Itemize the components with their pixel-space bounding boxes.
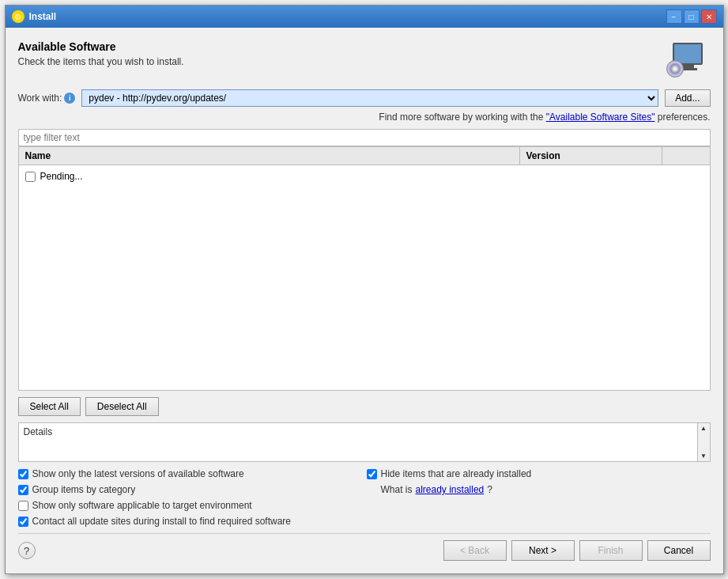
hide-installed-label: Hide items that are already installed [381, 468, 532, 479]
main-window: ⚙ Install − □ ✕ Available Software Check… [5, 5, 724, 574]
close-button[interactable]: ✕ [701, 9, 717, 24]
next-button[interactable]: Next > [511, 540, 575, 561]
find-more-suffix: preferences. [658, 112, 711, 123]
checkboxes-left: Show only the latest versions of availab… [18, 468, 362, 527]
title-bar: ⚙ Install − □ ✕ [6, 6, 723, 28]
scroll-down-arrow[interactable]: ▼ [700, 452, 707, 460]
header-text: Available Software Check the items that … [18, 40, 184, 67]
maximize-button[interactable]: □ [684, 9, 700, 24]
nav-buttons: < Back Next > Finish Cancel [443, 540, 711, 561]
what-is-suffix: ? [487, 484, 492, 495]
what-is-row: What is already installed ? [367, 484, 711, 495]
details-section: Details ▲ ▼ [18, 422, 711, 462]
details-label: Details [19, 423, 710, 441]
find-more-row: Find more software by working with the "… [18, 112, 711, 123]
contact-update-sites-checkbox[interactable] [18, 517, 28, 527]
info-icon: i [64, 93, 75, 104]
column-name: Name [19, 147, 520, 165]
table-header: Name Version [19, 147, 710, 165]
scroll-up-arrow[interactable]: ▲ [700, 425, 707, 432]
cancel-button[interactable]: Cancel [647, 540, 711, 561]
work-with-select[interactable]: pydev - http://pydev.org/updates/ [81, 89, 658, 107]
find-more-text: Find more software by working with the [379, 112, 543, 123]
row-checkbox[interactable] [25, 172, 36, 182]
table-body: Pending... [19, 165, 710, 390]
group-by-category-checkbox[interactable] [18, 485, 28, 495]
computer-icon [666, 43, 707, 78]
filter-input[interactable] [18, 129, 711, 146]
hide-installed-row: Hide items that are already installed [367, 468, 711, 479]
selection-buttons-row: Select All Deselect All [18, 391, 711, 422]
contact-update-sites-label: Contact all update sites during install … [32, 516, 292, 527]
header-section: Available Software Check the items that … [18, 40, 711, 80]
cd-hole [673, 67, 677, 71]
show-applicable-row: Show only software applicable to target … [18, 500, 362, 511]
window-title: Install [29, 11, 57, 22]
page-subtitle: Check the items that you wish to install… [18, 56, 184, 67]
back-button[interactable]: < Back [443, 540, 507, 561]
group-by-category-row: Group items by category [18, 484, 362, 495]
contact-update-sites-row: Contact all update sites during install … [18, 516, 362, 527]
checkboxes-right: Hide items that are already installed Wh… [367, 468, 711, 527]
available-software-sites-link[interactable]: "Available Software Sites" [546, 112, 655, 123]
finish-button[interactable]: Finish [579, 540, 643, 561]
table-row: Pending... [25, 168, 703, 184]
checkboxes-section: Show only the latest versions of availab… [18, 468, 711, 527]
window-icon: ⚙ [12, 10, 25, 23]
work-with-label: Work with: i [18, 93, 76, 104]
hide-installed-checkbox[interactable] [367, 469, 377, 479]
software-table: Name Version Pending... [18, 146, 711, 391]
minimize-button[interactable]: − [666, 9, 682, 24]
header-icon-area [663, 40, 711, 80]
show-latest-checkbox[interactable] [18, 469, 28, 479]
title-bar-controls: − □ ✕ [666, 9, 717, 24]
page-title: Available Software [18, 40, 184, 53]
column-extra [662, 147, 710, 165]
details-scrollbar: ▲ ▼ [697, 423, 710, 461]
show-applicable-checkbox[interactable] [18, 501, 28, 511]
content-area: Available Software Check the items that … [6, 28, 723, 573]
help-button[interactable]: ? [18, 542, 36, 559]
column-version: Version [520, 147, 662, 165]
cd-icon [666, 60, 684, 78]
bottom-buttons: ? < Back Next > Finish Cancel [18, 533, 711, 561]
title-bar-left: ⚙ Install [12, 10, 57, 23]
deselect-all-button[interactable]: Deselect All [85, 397, 159, 416]
add-button[interactable]: Add... [665, 89, 710, 107]
select-all-button[interactable]: Select All [18, 397, 81, 416]
show-latest-row: Show only the latest versions of availab… [18, 468, 362, 479]
show-latest-label: Show only the latest versions of availab… [32, 468, 244, 479]
row-name: Pending... [40, 171, 83, 182]
group-by-category-label: Group items by category [32, 484, 136, 495]
already-installed-link[interactable]: already installed [416, 484, 485, 495]
show-applicable-label: Show only software applicable to target … [32, 500, 252, 511]
work-with-row: Work with: i pydev - http://pydev.org/up… [18, 89, 711, 107]
what-is-text: What is [381, 484, 413, 495]
